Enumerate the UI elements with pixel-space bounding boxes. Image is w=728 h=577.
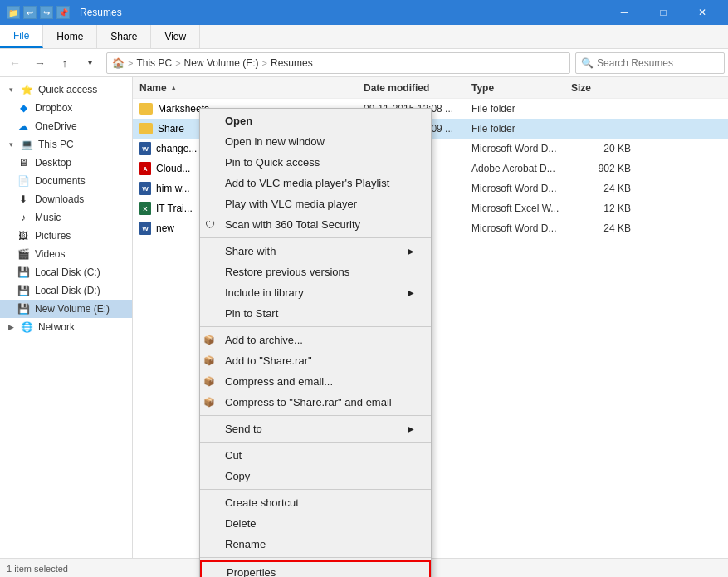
ctx-pin-start[interactable]: Pin to Start [200,303,431,324]
sidebar-item-quick-access[interactable]: ▾ ⭐ Quick access [0,81,132,99]
file-type-cell: Microsoft Excel W... [471,203,571,214]
share-with-arrow: ▶ [408,247,414,256]
pin-icon: 📌 [56,6,70,19]
back-button[interactable]: ← [3,51,27,75]
file-type-cell: File folder [471,103,571,115]
sidebar-item-local-d[interactable]: 💾 Local Disk (D:) [0,281,132,300]
pictures-icon: 🖼 [17,229,30,242]
ctx-rename[interactable]: Rename [200,534,431,555]
ctx-include-library[interactable]: Include in library ▶ [200,282,431,303]
sidebar-label-dropbox: Dropbox [35,102,72,114]
sidebar-item-onedrive[interactable]: ☁ OneDrive [0,117,132,135]
col-size-header[interactable]: Size [571,82,638,94]
col-name-label: Name [139,82,167,94]
context-menu: Open Open in new window Pin to Quick acc… [199,108,432,577]
file-size-cell: 24 KB [571,222,638,234]
folder-icon [139,103,153,115]
expander-thispc: ▾ [7,140,15,149]
breadcrumb-newvolume[interactable]: New Volume (E:) [184,57,259,69]
sidebar-item-local-c[interactable]: 💾 Local Disk (C:) [0,263,132,281]
ctx-send-to[interactable]: Send to ▶ [200,418,431,439]
ctx-share-with[interactable]: Share with ▶ [200,241,431,262]
file-name-label: Cloud... [156,163,190,174]
file-type-cell: Microsoft Word D... [471,143,571,154]
address-sep-3: > [262,58,267,68]
ctx-compress-share-email[interactable]: 📦 Compress to "Share.rar" and email [200,392,431,413]
breadcrumb-resumes[interactable]: Resumes [271,57,313,69]
ctx-create-shortcut[interactable]: Create shortcut [200,492,431,513]
tab-file[interactable]: File [0,25,43,48]
title-bar: 📁 ↩ ↪ 📌 Resumes ─ □ ✕ [0,0,728,25]
sidebar-item-desktop[interactable]: 🖥 Desktop [0,154,132,172]
ctx-cut[interactable]: Cut [200,445,431,466]
folder-icon [139,123,153,134]
maximize-button[interactable]: □ [644,0,682,25]
ribbon-tabs: File Home Share View [0,25,728,48]
sidebar-item-new-volume-e[interactable]: 💾 New Volume (E:) [0,300,132,318]
col-date-header[interactable]: Date modified [364,82,471,94]
forward-button[interactable]: → [28,51,51,75]
ctx-properties[interactable]: Properties [200,560,431,577]
search-box[interactable]: 🔍 [575,52,725,74]
expander-network: ▶ [7,323,15,331]
sidebar-label-local-d: Local Disk (D:) [35,285,100,296]
col-name-header[interactable]: Name ▲ [139,82,364,94]
videos-icon: 🎬 [17,247,30,261]
sidebar-item-downloads[interactable]: ⬇ Downloads [0,190,132,208]
search-input[interactable] [597,57,721,69]
status-text: 1 item selected [7,564,68,574]
new-volume-icon: 💾 [17,302,30,315]
ctx-add-vlc[interactable]: Add to VLC media player's Playlist [200,173,431,193]
sidebar-item-network[interactable]: ▶ 🌐 Network [0,318,132,336]
recent-locations-button[interactable]: ▾ [78,51,101,75]
address-bar[interactable]: 🏠 > This PC > New Volume (E:) > Resumes [106,52,570,74]
sidebar-label-videos: Videos [35,248,65,260]
sidebar-label-new-volume: New Volume (E:) [35,303,110,315]
search-icon: 🔍 [581,57,594,69]
sidebar-label-network: Network [38,321,75,333]
file-name-label: IT Trai... [156,203,193,214]
file-name-label: him w... [156,183,190,194]
ctx-copy[interactable]: Copy [200,466,431,487]
sort-indicator: ▲ [170,84,178,92]
ctx-open[interactable]: Open [200,110,431,131]
tab-share[interactable]: Share [97,25,151,48]
up-button[interactable]: ↑ [53,51,76,75]
ctx-play-vlc[interactable]: Play with VLC media player [200,193,431,214]
title-bar-icons: 📁 ↩ ↪ 📌 [7,6,70,19]
rar-icon-2: 📦 [203,355,215,366]
redo-icon: ↪ [40,6,53,19]
ctx-restore-versions[interactable]: Restore previous versions [200,262,431,282]
ctx-compress-email[interactable]: 📦 Compress and email... [200,371,431,392]
sidebar-item-documents[interactable]: 📄 Documents [0,172,132,190]
tab-home[interactable]: Home [43,25,97,48]
sidebar-item-music[interactable]: ♪ Music [0,208,132,227]
sidebar-label-local-c: Local Disk (C:) [35,266,100,278]
sidebar-item-thispc[interactable]: ▾ 💻 This PC [0,135,132,154]
ctx-delete[interactable]: Delete [200,513,431,534]
ctx-open-new-window[interactable]: Open in new window [200,131,431,152]
rar-icon-4: 📦 [203,397,215,408]
scan-360-icon: 🛡 [205,219,215,231]
breadcrumb-thispc[interactable]: This PC [136,57,172,69]
ctx-scan-360[interactable]: 🛡 Scan with 360 Total Security [200,214,431,235]
downloads-icon: ⬇ [17,193,30,206]
file-type-cell: Microsoft Word D... [471,222,571,234]
tab-view[interactable]: View [151,25,200,48]
col-type-header[interactable]: Type [471,82,571,94]
ctx-pin-quick-access[interactable]: Pin to Quick access [200,152,431,173]
sidebar-item-dropbox[interactable]: ◆ Dropbox [0,99,132,117]
file-size-cell: 902 KB [571,163,638,174]
sidebar-label-pictures: Pictures [35,230,71,242]
ctx-add-archive[interactable]: 📦 Add to archive... [200,330,431,350]
file-size-cell: 20 KB [571,143,638,154]
ctx-add-share-rar[interactable]: 📦 Add to "Share.rar" [200,350,431,371]
ctx-sep-5 [200,489,431,490]
sidebar-item-pictures[interactable]: 🖼 Pictures [0,227,132,245]
ctx-sep-2 [200,326,431,327]
undo-icon: ↩ [23,6,37,19]
minimize-button[interactable]: ─ [605,0,643,25]
sidebar: ▾ ⭐ Quick access ◆ Dropbox ☁ OneDrive ▾ … [0,77,133,558]
sidebar-item-videos[interactable]: 🎬 Videos [0,245,132,263]
close-button[interactable]: ✕ [683,0,721,25]
